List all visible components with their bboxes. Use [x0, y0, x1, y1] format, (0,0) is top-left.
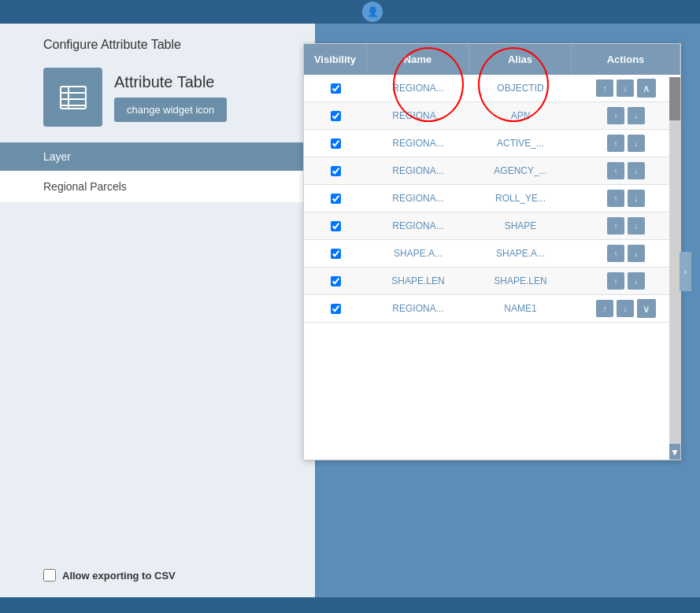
expand-button[interactable]: ›	[680, 252, 691, 291]
main-panel: Configure Attribute Table Attribute Tabl…	[0, 24, 315, 613]
move-up-btn-4[interactable]: ↑	[607, 190, 624, 207]
td-actions-0: ↑ ↓ ∧	[572, 79, 680, 98]
move-down-btn-4[interactable]: ↓	[628, 190, 645, 207]
move-up-btn-8[interactable]: ↑	[596, 300, 613, 317]
move-down-btn-2[interactable]: ↓	[628, 135, 645, 152]
row-checkbox-1[interactable]	[331, 111, 341, 121]
td-alias-2: ACTIVE_...	[469, 130, 572, 157]
attribute-table-panel: Visibility Name Alias Actions REGIONA...…	[303, 43, 681, 460]
table-header: Visibility Name Alias Actions	[304, 44, 680, 75]
row-checkbox-2[interactable]	[331, 138, 341, 149]
top-bar: 👤	[0, 0, 700, 24]
td-alias-6: SHAPE.A...	[469, 240, 572, 267]
td-name-0: REGIONA...	[367, 75, 469, 102]
widget-header-section: Attribute Table change widget icon	[0, 60, 315, 135]
widget-icon	[43, 68, 102, 127]
td-alias-1: APN	[469, 102, 572, 129]
configure-title: Configure Attribute Table	[0, 24, 315, 60]
move-down-btn-6[interactable]: ↓	[628, 245, 645, 262]
row-checkbox-8[interactable]	[331, 304, 341, 314]
td-name-6: SHAPE.A...	[367, 240, 469, 267]
td-alias-5: SHAPE	[469, 212, 572, 239]
move-down-btn-0[interactable]: ↓	[617, 79, 634, 97]
table-row: REGIONA... ROLL_YE... ↑ ↓	[304, 185, 680, 212]
td-alias-3: AGENCY_...	[469, 157, 572, 184]
td-actions-1: ↑ ↓	[572, 107, 680, 124]
change-widget-icon-button[interactable]: change widget icon	[114, 98, 227, 122]
allow-export-label: Allow exporting to CSV	[62, 570, 176, 582]
layer-section-header: Layer	[0, 142, 315, 171]
move-down-btn-5[interactable]: ↓	[628, 217, 645, 234]
widget-title-area: Attribute Table change widget icon	[114, 73, 227, 122]
move-down-btn-1[interactable]: ↓	[628, 107, 645, 124]
row-checkbox-0[interactable]	[331, 83, 341, 94]
user-avatar: 👤	[362, 2, 383, 22]
td-actions-3: ↑ ↓	[572, 162, 680, 179]
table-row: REGIONA... NAME1 ↑ ↓ ∨	[304, 295, 680, 323]
th-alias: Alias	[469, 44, 572, 75]
td-actions-2: ↑ ↓	[572, 135, 680, 152]
table-row: REGIONA... ACTIVE_... ↑ ↓	[304, 130, 680, 157]
move-up-btn-0[interactable]: ↑	[596, 79, 613, 97]
th-name: Name	[367, 44, 469, 75]
row-checkbox-6[interactable]	[331, 249, 341, 259]
table-row: REGIONA... AGENCY_... ↑ ↓	[304, 157, 680, 185]
bottom-bar	[0, 597, 700, 613]
move-up-btn-1[interactable]: ↑	[607, 107, 624, 124]
row-checkbox-5[interactable]	[331, 221, 341, 231]
td-actions-5: ↑ ↓	[572, 217, 680, 234]
td-visibility-4	[304, 186, 367, 212]
table-scrollbar[interactable]: ▼	[669, 77, 680, 460]
td-name-7: SHAPE.LEN	[367, 268, 469, 294]
td-visibility-7	[304, 268, 367, 294]
move-up-btn-3[interactable]: ↑	[607, 162, 624, 179]
table-row: SHAPE.LEN SHAPE.LEN ↑ ↓	[304, 268, 680, 295]
move-up-btn-7[interactable]: ↑	[607, 272, 624, 290]
table-body: REGIONA... OBJECTID ↑ ↓ ∧ REGIONA... APN…	[304, 75, 680, 457]
td-name-8: REGIONA...	[367, 295, 469, 322]
td-visibility-0	[304, 76, 367, 102]
scroll-down-btn[interactable]: ▼	[669, 444, 680, 460]
td-visibility-3	[304, 158, 367, 184]
content-filler	[0, 202, 315, 423]
td-alias-8: NAME1	[469, 295, 572, 322]
td-alias-7: SHAPE.LEN	[469, 268, 572, 294]
move-up-btn-5[interactable]: ↑	[607, 217, 624, 234]
td-name-2: REGIONA...	[367, 130, 469, 157]
td-name-1: REGIONA...	[367, 102, 469, 129]
td-actions-4: ↑ ↓	[572, 190, 680, 207]
row-checkbox-7[interactable]	[331, 276, 341, 286]
td-actions-6: ↑ ↓	[572, 245, 680, 262]
collapse-btn-0[interactable]: ∧	[637, 79, 656, 98]
td-actions-8: ↑ ↓ ∨	[572, 299, 680, 318]
table-row: REGIONA... APN ↑ ↓	[304, 102, 680, 130]
move-up-btn-6[interactable]: ↑	[607, 245, 624, 262]
move-down-btn-7[interactable]: ↓	[628, 272, 645, 290]
td-visibility-8	[304, 296, 367, 322]
td-visibility-6	[304, 241, 367, 267]
layer-item: Regional Parcels	[0, 171, 315, 202]
move-up-btn-2[interactable]: ↑	[607, 135, 624, 152]
scrollbar-thumb[interactable]	[669, 77, 680, 120]
move-down-btn-3[interactable]: ↓	[628, 162, 645, 179]
allow-export-checkbox[interactable]	[43, 569, 56, 582]
td-visibility-2	[304, 131, 367, 157]
td-alias-0: OBJECTID	[469, 75, 572, 102]
move-down-btn-8[interactable]: ↓	[617, 300, 634, 317]
td-visibility-1	[304, 103, 367, 129]
td-name-3: REGIONA...	[367, 157, 469, 184]
table-row: REGIONA... SHAPE ↑ ↓	[304, 212, 680, 240]
td-name-5: REGIONA...	[367, 212, 469, 239]
table-row: REGIONA... OBJECTID ↑ ↓ ∧	[304, 75, 680, 102]
table-row: SHAPE.A... SHAPE.A... ↑ ↓	[304, 240, 680, 268]
row-checkbox-3[interactable]	[331, 166, 341, 176]
td-actions-7: ↑ ↓	[572, 272, 680, 290]
allow-export-section: Allow exporting to CSV	[43, 569, 176, 582]
expand-last-btn[interactable]: ∨	[637, 299, 656, 318]
th-actions: Actions	[572, 44, 680, 75]
th-visibility: Visibility	[304, 44, 367, 75]
td-alias-4: ROLL_YE...	[469, 185, 572, 212]
td-visibility-5	[304, 213, 367, 239]
td-name-4: REGIONA...	[367, 185, 469, 212]
row-checkbox-4[interactable]	[331, 194, 341, 204]
